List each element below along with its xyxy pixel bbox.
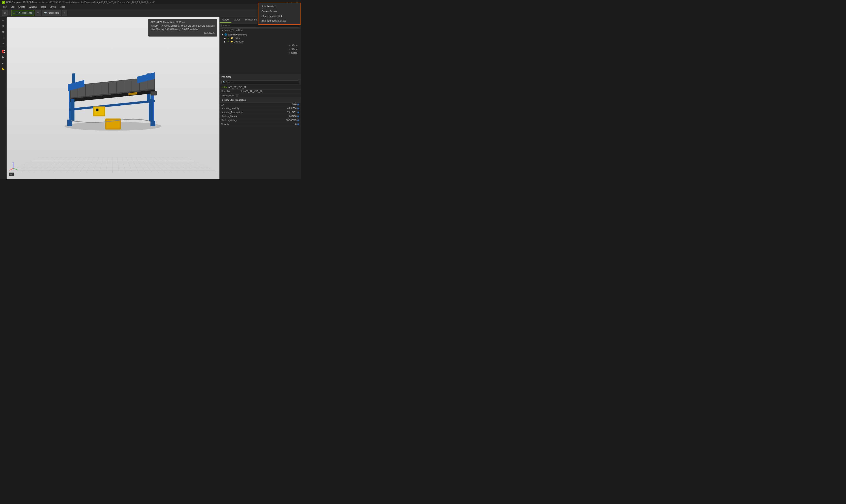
tree-item-scope[interactable]: 👁 Scope — [287, 51, 299, 55]
tree-item-world[interactable]: ▼ 🌐 World (defaultPrim) — [220, 33, 301, 36]
camera-fly-button[interactable]: ✈ — [1, 40, 6, 46]
tree-sort-header[interactable]: ▼ Name (Old to New) — [220, 29, 301, 32]
prop-dot-current — [297, 115, 299, 117]
prim-path-value: /iot/A08_PR_NVD_01 — [241, 90, 262, 93]
tree-item-xform1[interactable]: 👁 Xform — [287, 44, 299, 47]
svg-rect-22 — [94, 107, 104, 115]
menu-window[interactable]: Window — [27, 5, 38, 8]
prop-dot-velocity — [297, 124, 299, 125]
menu-tools[interactable]: Tools — [39, 5, 48, 8]
prop-humidity: Ambient_Humidity 45.51308 — [220, 107, 301, 110]
add-icon: + — [221, 86, 223, 89]
titlebar-left: U USD Composer 2023.2.0 Beta omniverse:/… — [2, 1, 155, 4]
rtx-icon: ● — [13, 12, 15, 15]
rtx-label: RTX - Real-Time — [16, 12, 32, 14]
prop-label-velocity: Velocity — [221, 123, 259, 125]
paint-tool-button[interactable]: 🖌 — [1, 60, 6, 65]
fps-stat: FPS: 44.73, Frame time: 22.36 ms — [151, 21, 214, 24]
stage-panel: Stage Layer Render Settings Join Session… — [220, 17, 301, 74]
tree-item-geometry[interactable]: ▶ ⊕ 📁 Geometry — [222, 40, 301, 43]
svg-rect-23 — [96, 108, 99, 111]
tree-item-label: Geometry — [234, 40, 243, 43]
play-button[interactable]: ▶ — [1, 54, 6, 60]
rtx-mode-button[interactable]: ● RTX - Real-Time — [11, 10, 34, 16]
prop-dot-voltage — [297, 120, 299, 121]
tree-item-label: Scope — [291, 52, 297, 54]
left-toolbar: ↖ ✥ ↺ ⤡ ✈ 🧲 ▶ 🖌 📐 — [0, 17, 6, 179]
viewport[interactable]: FPS: 44.73, Frame time: 22.36 ms NVIDIA … — [6, 17, 220, 179]
tab-stage[interactable]: Stage — [220, 17, 231, 23]
tree-item-label: Xform — [292, 44, 297, 47]
property-add-row[interactable]: + Add A08_PR_NVD_01 — [220, 85, 301, 90]
expand-icon: ▼ — [221, 34, 224, 36]
prop-value-velocity: 1.0 — [259, 123, 297, 125]
property-panel: Property 🔍 + Add A08_PR_NVD_01 Prim Path… — [220, 74, 301, 179]
prop-value-temperature: 79.12451 — [259, 111, 297, 113]
property-search-input[interactable] — [221, 80, 299, 84]
perspective-label: Perspective — [48, 12, 59, 14]
rotate-tool-button[interactable]: ↺ — [1, 29, 6, 34]
select-tool-button[interactable]: ↖ — [1, 18, 6, 23]
magnet-tool-button[interactable]: 🧲 — [1, 49, 6, 54]
resolution-stat: 2675x1275 — [151, 31, 214, 35]
prop-dot-humidity — [297, 108, 299, 109]
app-version: 2023.2.0 Beta — [23, 1, 37, 3]
menu-create[interactable]: Create — [17, 5, 27, 8]
tree-item-looks[interactable]: ▶ ⊕ 📁 Looks — [222, 36, 301, 40]
raw-usd-label: Raw USD Properties — [224, 99, 246, 101]
prop-value-current: 0.00408 — [259, 115, 297, 118]
svg-rect-31 — [151, 92, 156, 95]
collapse-icon: ▼ — [221, 99, 224, 101]
menu-layout[interactable]: Layout — [48, 5, 58, 8]
instanceable-label: Instanceable — [221, 94, 234, 97]
tree-item-label: World (defaultPrim) — [228, 34, 247, 36]
prop-velocity: Velocity 1.0 — [220, 122, 301, 126]
eye-icon: 👁 — [289, 48, 291, 50]
menu-help[interactable]: Help — [58, 5, 67, 8]
toolbar-separator-1 — [9, 11, 10, 15]
prop-value-humidity: 45.51308 — [259, 107, 297, 110]
menubar: File Edit Create Window Tools Layout Hel… — [0, 5, 301, 9]
svg-text:Z: Z — [13, 162, 14, 163]
prop-ts: _ts 38.0 — [220, 103, 301, 107]
menu-file[interactable]: File — [1, 5, 8, 8]
transform-tool-button[interactable]: ✥ — [1, 23, 6, 29]
camera-icon: 📷 — [44, 12, 47, 14]
svg-text:X: X — [9, 170, 10, 170]
prop-value-ts: 38.0 — [259, 103, 297, 106]
context-menu: Join Session Create Session Share Sessio… — [258, 17, 301, 25]
raw-usd-header[interactable]: ▼ Raw USD Properties — [220, 98, 301, 103]
app-name: USD Composer — [6, 1, 22, 3]
camera-button[interactable]: 📷 Perspective — [42, 10, 61, 16]
prop-voltage: System_Voltage 107.47675 — [220, 119, 301, 122]
expand-icon: ▶ — [224, 37, 226, 39]
prop-temperature: Ambient_Temperature 79.12451 — [220, 110, 301, 114]
viewport-grid — [6, 157, 220, 173]
svg-text:Y: Y — [17, 169, 18, 170]
conveyor-svg — [49, 56, 177, 133]
panels-toggle-button[interactable]: ⊞ — [2, 10, 7, 16]
prop-label-voltage: System_Voltage — [221, 119, 259, 122]
prop-label-current: System_Current — [221, 115, 259, 118]
instanceable-checkbox[interactable] — [236, 94, 238, 97]
ctx-join-with-session-link[interactable]: Join With Session Link — [258, 18, 300, 23]
svg-rect-27 — [151, 121, 155, 126]
panels-icon: ⊞ — [4, 12, 5, 14]
eye-icon: 👁 — [288, 52, 290, 54]
property-title: Property — [220, 74, 301, 79]
menu-edit[interactable]: Edit — [9, 5, 16, 8]
measure-tool-button[interactable]: 📐 — [1, 66, 6, 71]
eye-icon: 👁 — [37, 12, 39, 14]
chevron-more-button[interactable]: » — [62, 10, 67, 16]
ctx-share-session-link[interactable]: Share Session Link — [258, 17, 300, 18]
file-path: omniverse://172.23.240.1/Users/ov/iot-sa… — [38, 1, 155, 3]
tree-item-xform2[interactable]: 👁 Xform — [287, 48, 299, 51]
sort-icon: ▼ — [221, 29, 224, 32]
svg-rect-29 — [149, 98, 153, 121]
viewport-mode-button[interactable]: 👁 — [35, 10, 41, 16]
stats-overlay: FPS: 44.73, Frame time: 22.36 ms NVIDIA … — [148, 19, 217, 37]
tree-header-label: Name (Old to New) — [224, 29, 243, 32]
tab-layer[interactable]: Layer — [231, 17, 243, 23]
scale-tool-button[interactable]: ⤡ — [1, 35, 6, 40]
svg-line-35 — [10, 168, 13, 170]
